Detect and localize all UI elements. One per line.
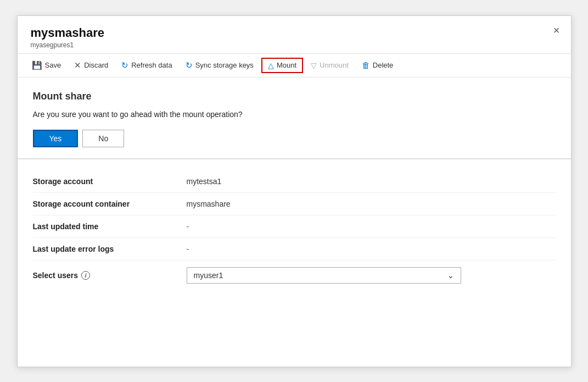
sync-storage-keys-button[interactable]: ↻ Sync storage keys [180, 57, 259, 74]
save-button[interactable]: 💾 Save [26, 57, 67, 74]
mount-icon: △ [268, 61, 274, 70]
storage-container-label: Storage account container [33, 200, 187, 208]
last-error-value: - [187, 245, 189, 253]
confirm-section: Mount share Are you sure you want to go … [18, 77, 571, 159]
select-users-info-icon: i [81, 271, 90, 280]
confirm-text: Are you sure you want to go ahead with t… [33, 110, 556, 119]
last-updated-label: Last updated time [33, 222, 187, 231]
unmount-button[interactable]: ▽ Unmount [305, 58, 354, 73]
last-updated-value: - [187, 222, 189, 231]
panel-subtitle: myasegpures1 [31, 41, 558, 49]
delete-icon: 🗑 [362, 60, 370, 70]
close-button[interactable]: × [553, 25, 560, 36]
discard-icon: ✕ [74, 60, 81, 70]
last-error-row: Last update error logs - [33, 238, 556, 261]
storage-container-row: Storage account container mysmashare [33, 193, 556, 215]
panel-header: mysmashare myasegpures1 × [18, 16, 571, 54]
refresh-icon: ↻ [121, 60, 128, 70]
panel-title: mysmashare [31, 26, 558, 40]
confirm-title: Mount share [33, 91, 556, 102]
mount-button[interactable]: △ Mount [261, 58, 303, 73]
mount-label: Mount [277, 61, 296, 69]
save-icon: 💾 [32, 60, 42, 70]
select-users-dropdown[interactable]: myuser1 ⌄ [187, 267, 461, 284]
discard-button[interactable]: ✕ Discard [69, 57, 114, 74]
storage-container-value: mysmashare [187, 200, 231, 208]
refresh-label: Refresh data [131, 61, 172, 69]
details-section: Storage account mytestsa1 Storage accoun… [18, 159, 571, 301]
unmount-label: Unmount [320, 61, 349, 69]
yes-button[interactable]: Yes [33, 130, 79, 147]
select-users-value: myuser1 [194, 271, 223, 280]
storage-account-label: Storage account [33, 177, 187, 186]
select-users-row: Select users i myuser1 ⌄ [33, 261, 556, 290]
delete-label: Delete [373, 61, 394, 69]
delete-button[interactable]: 🗑 Delete [356, 57, 399, 73]
toolbar: 💾 Save ✕ Discard ↻ Refresh data ↻ Sync s… [18, 54, 571, 77]
save-label: Save [45, 61, 61, 69]
refresh-button[interactable]: ↻ Refresh data [116, 57, 177, 74]
discard-label: Discard [84, 61, 108, 69]
select-users-label: Select users i [33, 271, 187, 280]
sync-label: Sync storage keys [195, 61, 254, 69]
confirm-buttons: Yes No [33, 130, 556, 147]
last-error-label: Last update error logs [33, 245, 187, 253]
storage-account-row: Storage account mytestsa1 [33, 170, 556, 193]
main-panel: mysmashare myasegpures1 × 💾 Save ✕ Disca… [17, 15, 572, 367]
last-updated-row: Last updated time - [33, 215, 556, 238]
unmount-icon: ▽ [311, 61, 317, 70]
storage-account-value: mytestsa1 [187, 177, 222, 186]
sync-icon: ↻ [186, 60, 193, 70]
chevron-down-icon: ⌄ [447, 271, 454, 280]
no-button[interactable]: No [82, 130, 124, 147]
